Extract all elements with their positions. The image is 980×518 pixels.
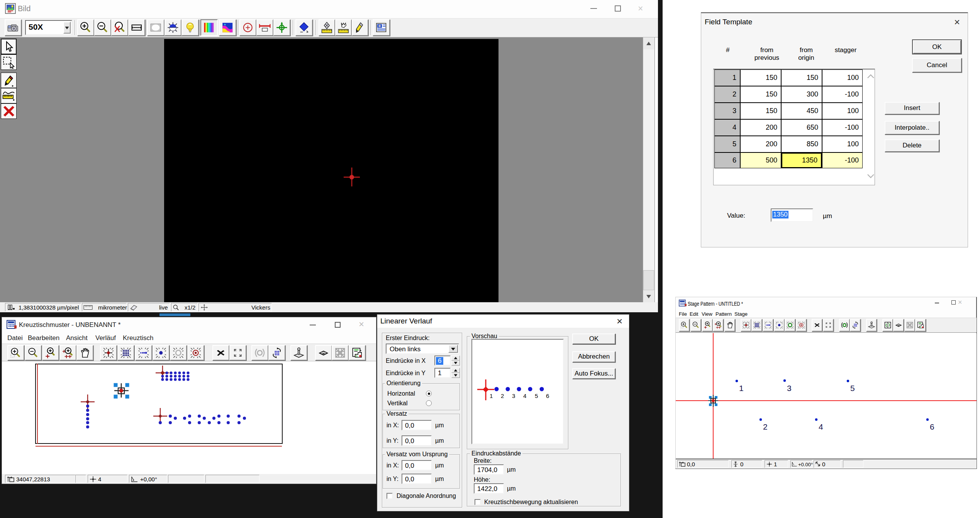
svg-text:3: 3	[512, 393, 515, 399]
svg-text:5: 5	[535, 393, 538, 399]
svg-text:3: 3	[787, 384, 792, 393]
svg-text:5: 5	[850, 384, 855, 393]
svg-text:6: 6	[546, 393, 549, 399]
svg-text:2: 2	[763, 422, 768, 431]
svg-text:1: 1	[490, 393, 493, 399]
svg-text:6: 6	[930, 422, 934, 431]
svg-text:2: 2	[501, 393, 504, 399]
svg-text:4: 4	[819, 422, 823, 431]
svg-text:1: 1	[739, 384, 744, 393]
svg-text:4: 4	[523, 393, 526, 399]
